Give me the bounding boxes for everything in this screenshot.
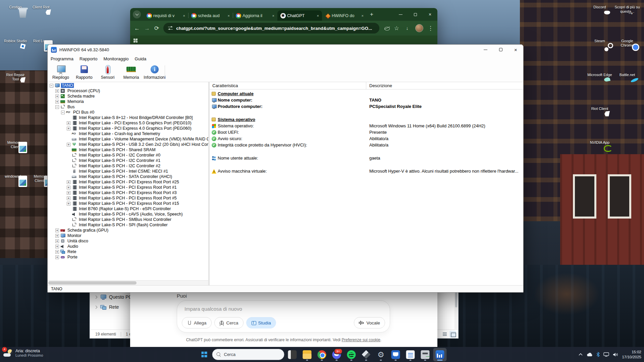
toolbar-button[interactable]: Riepilogo: [49, 63, 72, 82]
details-row[interactable]: Integrità codice protetto da Hypervisor …: [210, 142, 523, 148]
desktop-icon[interactable]: NVIDIA App: [587, 140, 612, 145]
hwinfo-minimize-button[interactable]: [478, 45, 493, 55]
tree-expand-toggle[interactable]: [67, 196, 70, 200]
tab-close-icon[interactable]: ×: [227, 14, 231, 18]
tree-item[interactable]: Intel Raptor Lake-S PCH - I2C Controller…: [48, 163, 208, 169]
toolbar-button[interactable]: Sensori: [96, 63, 119, 82]
taskbar-app-button[interactable]: [404, 348, 417, 361]
browser-tab[interactable]: ChatGPT ×: [277, 10, 322, 21]
tab-close-icon[interactable]: ×: [182, 14, 186, 18]
menu-item[interactable]: Guida: [132, 56, 150, 61]
tree-expand-toggle[interactable]: [67, 127, 70, 130]
browser-tab[interactable]: HWiNFO do ×: [322, 10, 367, 21]
tree-expand-toggle[interactable]: [55, 89, 59, 93]
list-view-button[interactable]: [441, 331, 448, 338]
downloads-button[interactable]: ↓: [404, 24, 411, 32]
tree-item[interactable]: Intel Raptor Lake-S PCH - SPI (flash) Co…: [48, 222, 208, 228]
tree-expand-toggle[interactable]: [55, 229, 59, 232]
apps-grid-icon[interactable]: [133, 39, 138, 43]
desktop-icon[interactable]: Microsoft Edge: [587, 73, 612, 77]
profile-avatar[interactable]: [415, 24, 423, 32]
desktop-icon[interactable]: Riot Logs: [28, 39, 54, 43]
details-row[interactable]: Nome utente attuale: gaeta: [210, 155, 523, 162]
details-row[interactable]: Nome computer: TANO: [210, 97, 523, 104]
details-row[interactable]: [210, 162, 523, 168]
desktop-icon[interactable]: Roblox Studio: [3, 39, 28, 43]
voice-button[interactable]: Vocale: [354, 317, 385, 328]
tree-expand-toggle[interactable]: [50, 84, 53, 87]
taskbar-app-button[interactable]: [301, 348, 314, 361]
tab-close-icon[interactable]: ×: [316, 14, 320, 18]
tree-expand-toggle[interactable]: [67, 180, 70, 184]
toolbar-button[interactable]: Rapporto: [72, 63, 96, 82]
taskbar-app-button[interactable]: [389, 348, 402, 361]
browser-close-button[interactable]: ×: [423, 8, 437, 21]
tree-item[interactable]: Unità disco: [48, 238, 208, 244]
taskbar-app-button[interactable]: [419, 348, 432, 361]
desktop-icon[interactable]: Riot Client: [587, 107, 612, 111]
tab-close-icon[interactable]: ×: [361, 14, 365, 18]
tree-item[interactable]: Intel Raptor Lake-S PCH - Shared SRAM: [48, 147, 208, 153]
tab-search-button[interactable]: [133, 10, 141, 18]
chevron-right-icon[interactable]: [94, 305, 98, 309]
tree-item[interactable]: Porte: [48, 254, 208, 260]
chevron-right-icon[interactable]: [94, 295, 98, 299]
tree-item[interactable]: Rete: [48, 249, 208, 254]
hwinfo-maximize-button[interactable]: [493, 45, 508, 55]
tree-expand-toggle[interactable]: [55, 255, 59, 259]
tree-expand-toggle[interactable]: [55, 245, 59, 248]
browser-tab[interactable]: requisti di v ×: [144, 10, 188, 21]
desktop-icon[interactable]: Riot Repair Tool: [3, 73, 28, 81]
tree-item[interactable]: Intel Raptor Lake - Crash-log and Teleme…: [48, 131, 208, 136]
desktop-icon[interactable]: Battle.net: [614, 73, 640, 77]
tree-expand-toggle[interactable]: [67, 202, 70, 205]
eye-off-icon[interactable]: [384, 26, 390, 30]
chatgpt-composer[interactable]: Impara qualcosa di nuovo Allega Cerca: [177, 300, 390, 333]
desktop-icon[interactable]: Discord: [587, 5, 612, 9]
desktop-icon[interactable]: Cestino: [3, 5, 28, 9]
tree-item[interactable]: Intel Raptor Lake - PCI Express 4.0 Grap…: [48, 126, 208, 131]
tree-expand-toggle[interactable]: [55, 239, 59, 243]
tree-item[interactable]: Intel B760 (Raptor Lake-S) PCH - eSPI Co…: [48, 206, 208, 212]
tree-expand-toggle[interactable]: [67, 191, 70, 195]
browser-maximize-button[interactable]: [408, 8, 423, 21]
widgets-button[interactable]: 4 Aria: discreta Lunedì Prossimo: [3, 348, 43, 358]
composer-action-button[interactable]: Cerca: [214, 317, 244, 328]
composer-action-button[interactable]: Allega: [182, 317, 212, 328]
tree-horizontal-scrollbar[interactable]: [48, 280, 208, 285]
toolbar-button[interactable]: Informazioni: [143, 63, 166, 82]
tree-item[interactable]: Intel Raptor Lake-S PCH - USB 3.2 Gen 2x…: [48, 142, 208, 147]
desktop-icon[interactable]: Steam: [587, 39, 612, 43]
hwinfo-title-bar[interactable]: HWiNFO® 64 v8.32-5840 ×: [48, 45, 523, 55]
toolbar-button[interactable]: Memoria: [119, 63, 143, 82]
tab-close-icon[interactable]: ×: [271, 14, 275, 18]
taskbar-search[interactable]: Cerca: [212, 349, 284, 360]
details-row[interactable]: Avviso macchina virtuale: Microsoft Hype…: [210, 168, 523, 175]
tray-chevron-up-icon[interactable]: [578, 353, 583, 356]
tree-item[interactable]: Intel Raptor Lake-S PCH - cAVS (Audio, V…: [48, 212, 208, 217]
tree-item[interactable]: Intel Raptor Lake-S PCH - PCI Express Ro…: [48, 195, 208, 201]
tree-item[interactable]: Intel Raptor Lake-S PCH - I2C Controller…: [48, 153, 208, 158]
tree-item[interactable]: Memoria: [48, 99, 208, 104]
tree-item[interactable]: Intel Raptor Lake - PCI Express 5.0 Grap…: [48, 120, 208, 126]
cookie-preferences-link[interactable]: Preferenze sui cookie: [342, 338, 380, 342]
tree-item[interactable]: PCI Bus #0: [48, 110, 208, 115]
details-row[interactable]: Produttore computer: PCSpecialist Royale…: [210, 104, 523, 110]
tree-item[interactable]: Intel Raptor Lake-S PCH - PCI Express Ro…: [48, 179, 208, 185]
tree-item[interactable]: Bus: [48, 104, 208, 110]
desktop-icon[interactable]: Memories Client: [3, 140, 28, 149]
network-display-icon[interactable]: [603, 352, 609, 357]
taskbar-app-button[interactable]: 9+: [330, 348, 343, 361]
menu-item[interactable]: Programma: [48, 56, 76, 61]
thumbnail-view-button[interactable]: [449, 331, 456, 338]
tree-expand-toggle[interactable]: [67, 143, 70, 146]
reload-button[interactable]: ⟳: [154, 25, 159, 31]
tree-expand-toggle[interactable]: [61, 111, 65, 114]
tree-item[interactable]: Intel Raptor Lake-S PCH - SATA Controlle…: [48, 174, 208, 179]
taskbar-app-button[interactable]: [345, 348, 358, 361]
browser-tab[interactable]: Aggiorna il ×: [233, 10, 277, 21]
details-row[interactable]: [210, 110, 523, 117]
start-button[interactable]: [198, 348, 211, 361]
bookmark-star-button[interactable]: ☆: [394, 25, 399, 31]
desktop-icon[interactable]: Scopri di più su questa...: [614, 5, 640, 13]
